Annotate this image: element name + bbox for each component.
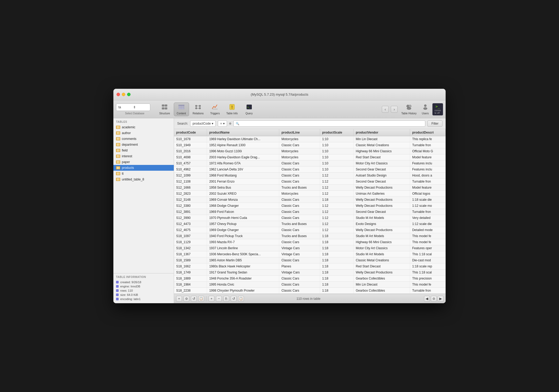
sidebar-table-item-author[interactable]: author bbox=[113, 130, 174, 136]
table-row[interactable]: S18_13671936 Mercedes-Benz 500K Specia..… bbox=[174, 251, 446, 257]
table-row[interactable]: S18_13421937 Lincoln BerlineVintage Cars… bbox=[174, 245, 446, 251]
col-productDescri[interactable]: productDescri bbox=[410, 129, 446, 136]
table-row[interactable]: S12_10991968 Ford MustangClassic Cars1:1… bbox=[174, 173, 446, 179]
insert-row-button[interactable]: + bbox=[209, 296, 214, 302]
users-button[interactable]: Users bbox=[420, 102, 430, 116]
page-settings-button[interactable]: ⚙ bbox=[431, 296, 437, 302]
sidebar-table-item-untitled_table_8[interactable]: untitled_table_8 bbox=[113, 177, 174, 182]
cell-productName: 1969 Ford Falcon bbox=[207, 209, 279, 215]
table-row[interactable]: S18_16621980s Black Hawk HelicopterPlane… bbox=[174, 263, 446, 270]
content-button[interactable]: Content bbox=[174, 102, 189, 116]
sidebar-table-item-interest[interactable]: interest bbox=[113, 153, 174, 159]
table-row[interactable]: S18_17491917 Grand Touring SedanVintage … bbox=[174, 270, 446, 276]
cell-productScale: 1:12 bbox=[320, 209, 353, 215]
cell-productVendor: Min Lin Diecast bbox=[354, 282, 410, 288]
table-history-button[interactable]: Table History bbox=[400, 102, 418, 116]
minimize-button[interactable] bbox=[122, 93, 125, 96]
sidebar-table-item-comments[interactable]: comments bbox=[113, 136, 174, 142]
table-row[interactable]: S10_49621962 LanciaA Delta 16VClassic Ca… bbox=[174, 166, 446, 173]
table-row[interactable]: S18_10971940 Ford Pickup TruckTrucks and… bbox=[174, 233, 446, 239]
triggers-button[interactable]: Triggers bbox=[207, 103, 223, 116]
info-dot bbox=[116, 289, 119, 292]
cell-productDescri: This replica fe bbox=[410, 136, 446, 142]
filter-button[interactable]: Filter bbox=[427, 120, 442, 127]
table-row[interactable]: S10_20161996 Moto Guzzi 1100iMotorcycles… bbox=[174, 148, 446, 154]
maximize-button[interactable] bbox=[127, 93, 131, 96]
cell-productScale: 1:10 bbox=[320, 142, 353, 148]
table-row[interactable]: S12_33801968 Dodge ChargerClassic Cars1:… bbox=[174, 203, 446, 209]
cell-productVendor: Second Gear Diecast bbox=[354, 179, 410, 185]
col-productVendor[interactable]: productVendor bbox=[354, 129, 410, 136]
cell-productScale: 1:10 bbox=[320, 148, 353, 154]
cell-productVendor: Second Gear Diecast bbox=[354, 166, 410, 173]
query-label: Query bbox=[245, 112, 253, 115]
table-row[interactable]: S12_11082001 Ferrari EnzoClassic Cars1:1… bbox=[174, 179, 446, 185]
col-productLine[interactable]: productLine bbox=[279, 129, 320, 136]
table-row[interactable]: S10_19491952 Alpine Renault 1300Classic … bbox=[174, 142, 446, 148]
table-row[interactable]: S12_28232002 Suzuki XREOMotorcycles1:12U… bbox=[174, 191, 446, 197]
forward-button[interactable]: › bbox=[391, 106, 398, 113]
table-row[interactable]: S10_16781969 Harley Davidson Ultimate Ch… bbox=[174, 136, 446, 142]
prev-page-button[interactable]: ◀ bbox=[424, 296, 430, 302]
cell-productCode: S18_2238 bbox=[174, 288, 207, 294]
table-row[interactable]: S10_47571972 Alfa Romeo GTAClassic Cars1… bbox=[174, 160, 446, 166]
table-row[interactable]: S12_38911969 Ford FalconClassic Cars1:12… bbox=[174, 209, 446, 215]
sidebar-table-item-academic[interactable]: academic bbox=[113, 124, 174, 130]
app-window: (MySQL 5.7.23) mysql 5.7/ta/products ta … bbox=[113, 89, 446, 303]
sidebar-table-item-field[interactable]: field bbox=[113, 148, 174, 153]
cell-productCode: S12_3380 bbox=[174, 203, 207, 209]
clipboard-button[interactable]: 📋 bbox=[198, 296, 204, 302]
table-body: S10_16781969 Harley Davidson Ultimate Ch… bbox=[174, 136, 446, 294]
table-row[interactable]: S18_15891965 Aston Martin DB5Classic Car… bbox=[174, 257, 446, 263]
col-productName[interactable]: productName bbox=[207, 129, 279, 136]
col-productCode[interactable]: productCode bbox=[174, 129, 207, 136]
close-button[interactable] bbox=[117, 93, 120, 96]
add-row-button[interactable]: + bbox=[176, 296, 182, 302]
table-row[interactable]: S18_18891948 Porsche 356-A RoadsterClass… bbox=[174, 276, 446, 282]
separator-1 bbox=[206, 296, 206, 301]
search-operator-select[interactable]: = ▾ bbox=[218, 120, 227, 127]
duplicate-row-button[interactable]: ⎘ bbox=[223, 296, 229, 302]
info-item: rows: 110 bbox=[116, 288, 171, 293]
cell-productVendor: Min Lin Diecast bbox=[354, 136, 410, 142]
structure-button[interactable]: Structure bbox=[157, 103, 173, 116]
sidebar-table-item-tt[interactable]: tt bbox=[113, 171, 174, 177]
search-operator-value: = bbox=[220, 122, 222, 125]
cell-productCode: S18_1129 bbox=[174, 239, 207, 245]
search-input[interactable] bbox=[240, 122, 423, 125]
relations-button[interactable]: Relations bbox=[190, 103, 206, 116]
search-field-select[interactable]: productCode ▾ bbox=[190, 120, 216, 127]
delete-row-button[interactable]: − bbox=[216, 296, 222, 302]
table-name: interest bbox=[122, 154, 132, 158]
database-selector[interactable]: ta ⇕ bbox=[116, 104, 150, 111]
cell-productCode: S10_1678 bbox=[174, 136, 207, 142]
cell-productName: 1996 Moto Guzzi 1100i bbox=[207, 148, 279, 154]
table-row[interactable]: S12_16661958 Setra BusTrucks and Buses1:… bbox=[174, 185, 446, 191]
table-row[interactable]: S12_44731957 Chevy PickupTrucks and Buse… bbox=[174, 221, 446, 227]
table-row[interactable]: S18_19841995 Honda CivicClassic Cars1:18… bbox=[174, 282, 446, 288]
table-row[interactable]: S12_39901970 Plymouth Hemi CudaClassic C… bbox=[174, 215, 446, 221]
cell-productCode: S10_4962 bbox=[174, 166, 207, 173]
console-button[interactable]: >_ conso le off bbox=[432, 103, 443, 115]
refresh-data-button[interactable]: ↺ bbox=[231, 296, 237, 302]
table-row[interactable]: S12_31481969 Corvair MonzaClassic Cars1:… bbox=[174, 197, 446, 203]
table-row[interactable]: S12_46751969 Dodge ChargerClassic Cars1:… bbox=[174, 227, 446, 233]
main-content: TABLES academic author bbox=[113, 118, 446, 303]
table-row[interactable]: S10_46982003 Harley-Davidson Eagle Drag.… bbox=[174, 154, 446, 160]
back-button[interactable]: ‹ bbox=[382, 106, 389, 113]
query-button[interactable]: >_ Query bbox=[242, 103, 257, 116]
table-info-button[interactable]: Table Info bbox=[224, 103, 240, 116]
table-info-header: TABLE INFORMATION bbox=[116, 276, 171, 278]
table-clipboard-button[interactable]: 📋 bbox=[238, 296, 244, 302]
table-row[interactable]: S18_11291993 Mazda RX-7Classic Cars1:18H… bbox=[174, 239, 446, 245]
content-area: Search: productCode ▾ = ▾ 🔍 Filter bbox=[174, 118, 446, 303]
table-row[interactable]: S18_22381998 Chrysler Plymouth ProwlerCl… bbox=[174, 288, 446, 294]
cell-productLine: Classic Cars bbox=[279, 142, 320, 148]
sidebar-table-item-department[interactable]: department bbox=[113, 142, 174, 148]
refresh-button[interactable]: ↺ bbox=[191, 296, 197, 302]
settings-button[interactable]: ⚙ bbox=[184, 296, 189, 302]
sidebar-table-item-paper[interactable]: paper bbox=[113, 159, 174, 165]
next-page-button[interactable]: ▶ bbox=[438, 296, 444, 302]
col-productScale[interactable]: productScale bbox=[320, 129, 353, 136]
sidebar-table-item-products[interactable]: products bbox=[113, 165, 174, 171]
